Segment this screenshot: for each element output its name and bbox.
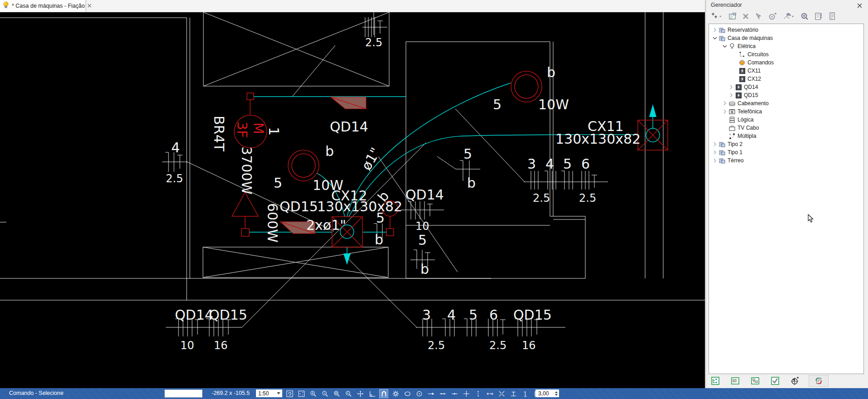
verification-tab-icon[interactable] [769,375,781,386]
svg-text:QD15: QD15 [513,307,552,323]
logic-port-icon [728,117,736,123]
regen-icon[interactable] [285,389,294,398]
document-tab[interactable]: * Casa de máquinas - Fiação [0,0,86,12]
motor-letter: M [251,122,266,134]
snap-ellipse-icon[interactable] [403,389,411,398]
ordered-list-icon[interactable] [815,12,823,20]
zoom-in-icon[interactable] [309,389,317,398]
tree-item-comandos[interactable]: Comandos [709,58,863,67]
properties-form-tab-icon[interactable] [729,375,742,386]
tree-item-circuitos[interactable]: Circuitos [709,50,863,58]
lightning-box-icon [738,76,746,82]
snap-insertion-icon[interactable] [509,389,517,398]
snap-segment-icon[interactable] [439,389,447,398]
drawing-labels: BR4T 3700W 3F M 1 600W QD14 2.5 4 2.5 b … [166,36,641,352]
snap-extension-icon[interactable] [474,389,482,398]
tree-item-cx11[interactable]: CX11 [709,67,863,75]
circuit-marks [162,17,608,336]
svg-text:4: 4 [171,140,180,156]
verify-target-icon[interactable] [768,12,777,20]
tree-item-eletrica[interactable]: Elétrica [709,42,863,50]
snap-center-icon[interactable] [415,389,423,398]
chevron-right-icon[interactable] [712,142,718,146]
snap-endpoint-icon[interactable] [427,389,435,398]
chevron-right-icon[interactable] [712,150,718,155]
snap-intersection-icon[interactable] [462,389,470,398]
chevron-down-icon[interactable] [712,36,718,40]
cad-drawing-canvas[interactable]: BR4T 3700W 3F M 1 600W QD14 2.5 4 2.5 b … [0,12,706,388]
tree-item-terreo[interactable]: Térreo [709,156,863,165]
search-help-icon[interactable] [800,12,809,20]
snap-distance-spinner[interactable]: 3,00 [535,389,559,397]
zoom-window-icon[interactable] [333,389,341,398]
panel-close-icon[interactable] [857,2,863,8]
lightning-box-icon [734,92,743,98]
circuit-path-icon [738,51,746,58]
building-icon [718,27,726,33]
edit-manager-icon[interactable] [728,12,737,20]
tree-item-tipo-1[interactable]: Tipo 1 [709,148,863,156]
lightning-box-icon [734,84,743,90]
synchronize-tab-icon[interactable] [809,375,829,387]
tree-item-tv-cabo[interactable]: TV Cabo [709,124,863,132]
snap-perpendicular-icon[interactable] [521,389,529,398]
snap-midpoint-icon[interactable] [450,389,458,398]
snap-settings-gear-icon[interactable] [391,389,400,398]
snap-nearest-icon[interactable] [486,389,494,398]
capture-target-tab-icon[interactable] [789,375,801,386]
rj45-icon [728,101,736,106]
manager-toolbar [711,11,836,22]
building-icon [718,150,726,156]
zoom-previous-icon[interactable] [344,389,352,398]
chevron-right-icon[interactable] [712,28,718,32]
snap-distance-value: 3,00 [538,390,549,397]
tree-item-multipla[interactable]: Múltipla [709,132,863,140]
tree-item-reservatorio[interactable]: Reservatório [709,26,863,34]
snap-magnet-icon[interactable] [380,389,388,398]
project-tree-tab-icon[interactable] [709,375,722,386]
chevron-down-icon [277,392,280,394]
chevron-right-icon[interactable] [722,109,728,114]
tree-item-cabeamento[interactable]: Cabeamento [709,99,863,107]
conduit-double-label: 2xø1" [306,217,346,233]
command-input[interactable] [164,389,203,398]
svg-text:16: 16 [214,339,228,352]
svg-text:5: 5 [418,232,427,248]
report-document-icon[interactable] [829,12,836,20]
project-tree: Reservatório Casa de máquinas Elétrica C… [709,24,864,374]
chevron-right-icon[interactable] [728,85,734,89]
tree-item-tipo-2[interactable]: Tipo 2 [709,140,863,148]
zoom-extents-icon[interactable] [297,389,305,398]
add-element-icon[interactable] [711,12,723,20]
tree-item-logica[interactable]: Lógica [709,116,863,124]
tree-item-qd14[interactable]: QD14 [709,83,863,91]
zoom-out-icon[interactable] [321,389,329,398]
tree-item-casa-de-maquinas[interactable]: Casa de máquinas [709,34,863,42]
tools-icon[interactable] [783,12,795,20]
tree-item-label: Telefônica [736,108,762,115]
svg-text:5: 5 [274,175,282,191]
spinner-arrows[interactable] [555,391,559,396]
snap-apparent-intersection-icon[interactable] [497,389,506,398]
pan-icon[interactable] [356,389,364,398]
svg-text:16: 16 [522,339,536,352]
vent-outline [203,247,388,277]
tree-item-qd15[interactable]: QD15 [709,91,863,99]
hierarchy-tab-icon[interactable] [749,375,762,386]
tree-item-telefonica[interactable]: Telefônica [709,107,863,116]
chevron-right-icon[interactable] [712,158,718,163]
manager-panel: Gerenciador [706,0,868,388]
manager-title: Gerenciador [711,2,742,8]
chevron-down-icon[interactable] [722,44,728,48]
delete-icon[interactable] [743,13,749,19]
tree-item-label: Casa de máquinas [726,35,773,41]
tab-close-icon[interactable] [87,3,92,9]
scale-select[interactable]: 1:50 [256,389,282,397]
select-pointer-icon[interactable] [755,13,762,20]
tree-item-cx12[interactable]: CX12 [709,75,863,83]
ortho-mode-icon[interactable] [368,389,376,398]
tree-item-label: QD15 [743,92,758,98]
tree-item-label: Tipo 1 [726,149,743,156]
chevron-right-icon[interactable] [722,101,728,106]
chevron-right-icon[interactable] [728,93,734,97]
